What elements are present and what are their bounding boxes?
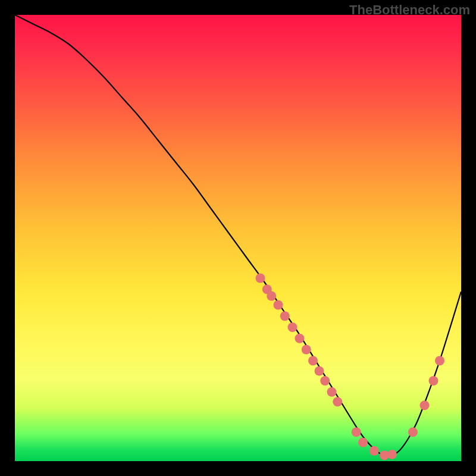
data-marker — [408, 427, 418, 437]
data-markers — [256, 274, 445, 461]
data-marker — [308, 356, 318, 365]
data-marker — [333, 397, 342, 406]
data-marker — [288, 322, 298, 332]
data-marker — [420, 400, 430, 410]
data-marker — [429, 376, 439, 386]
chart-overlay — [15, 15, 461, 461]
data-marker — [327, 387, 337, 397]
data-marker — [320, 376, 330, 386]
data-marker — [358, 438, 368, 447]
data-marker — [302, 345, 311, 355]
data-marker — [315, 367, 324, 376]
data-marker — [274, 300, 283, 310]
data-marker — [369, 446, 379, 456]
plot-area — [15, 15, 461, 461]
data-marker — [256, 274, 265, 283]
data-marker — [280, 311, 290, 321]
data-marker — [267, 292, 276, 301]
watermark-text: TheBottleneck.com — [349, 2, 470, 18]
bottleneck-curve — [15, 15, 461, 456]
chart-frame: TheBottleneck.com — [0, 0, 476, 476]
data-marker — [352, 427, 361, 437]
data-marker — [435, 356, 444, 365]
data-marker — [387, 450, 397, 459]
data-marker — [295, 334, 305, 343]
